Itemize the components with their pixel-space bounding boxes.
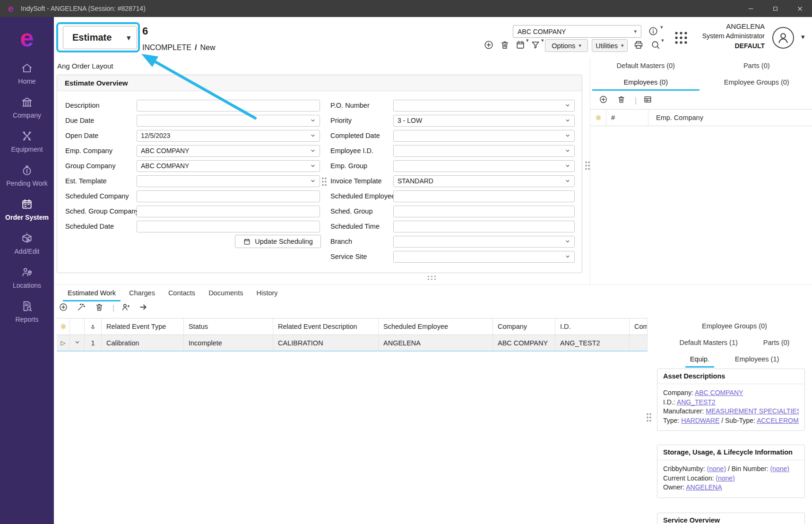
field-sched-group-input[interactable] (393, 206, 575, 217)
field-scheduled-employee-input[interactable] (393, 190, 575, 202)
detail-link[interactable]: HARDWARE (681, 417, 719, 424)
tab-employees-0[interactable]: Employees (0) (590, 74, 701, 91)
close-button[interactable] (787, 0, 812, 17)
company-selector[interactable]: ABC COMPANY ▾ (513, 25, 641, 38)
field-priority-select[interactable]: 3 - LOW (393, 115, 575, 127)
tab-parts-0[interactable]: Parts (0) (757, 335, 796, 351)
work-col-scheduled-employee[interactable]: Scheduled Employee (379, 318, 493, 335)
row-expander[interactable]: ▷ (57, 335, 70, 351)
filter-caret-icon[interactable]: ▾ (541, 38, 544, 43)
update-scheduling-button[interactable]: Update Scheduling (235, 235, 321, 248)
user-menu-caret-icon[interactable]: ▾ (801, 33, 805, 40)
field-est-template-select[interactable] (137, 175, 320, 187)
sidebar-item-home[interactable]: Home (0, 57, 54, 91)
work-col-company[interactable]: Company (493, 318, 555, 335)
tab-employee-groups-0[interactable]: Employee Groups (0) (701, 74, 812, 91)
field-branch-select[interactable] (393, 236, 575, 248)
work-col-related-event-description[interactable]: Related Event Description (273, 318, 379, 335)
filter-button[interactable] (530, 40, 542, 51)
tab-contacts[interactable]: Contacts (162, 285, 202, 301)
field-due-date-select[interactable] (137, 115, 320, 127)
field-sched-group-company-input[interactable] (137, 206, 320, 217)
detail-link[interactable]: (none) (770, 465, 789, 472)
schedule-button[interactable] (515, 40, 527, 51)
sidebar-item-order-system[interactable]: Order System (0, 193, 54, 227)
indysoft-logo-icon: e (6, 3, 16, 14)
detail-splitter-grip[interactable] (646, 412, 652, 423)
masters-add-button[interactable] (599, 95, 610, 106)
sidebar-item-company[interactable]: Company (0, 91, 54, 125)
work-col-related-event-type[interactable]: Related Event Type (102, 318, 184, 335)
print-button[interactable] (633, 40, 645, 51)
splitter-grip[interactable] (321, 177, 327, 187)
minimize-button[interactable] (738, 0, 763, 17)
utilities-button[interactable]: Utilities ▾ (592, 39, 628, 52)
field-service-site-select[interactable] (393, 251, 575, 263)
field-emp-group-select[interactable] (393, 160, 575, 172)
sidebar-item-reports[interactable]: Reports (0, 295, 54, 329)
field-label: Sched. Group (327, 207, 393, 215)
search-caret-icon[interactable]: ▾ (661, 38, 664, 43)
maximize-button[interactable] (763, 0, 787, 17)
app-grid-button[interactable] (673, 30, 689, 46)
tab-estimated-work[interactable]: Estimated Work (61, 285, 122, 301)
detail-link[interactable]: MEASUREMENT SPECIALTIES (706, 407, 799, 415)
schedule-caret-icon[interactable]: ▾ (526, 38, 529, 43)
masters-col-[interactable]: # (606, 110, 648, 126)
work-col-com[interactable]: Com (630, 318, 648, 335)
work-col-sort[interactable] (85, 318, 102, 335)
field-scheduled-company-input[interactable] (137, 190, 320, 202)
masters-grid-view-button[interactable] (643, 95, 655, 106)
section-splitter-grip[interactable] (427, 275, 437, 281)
field-scheduled-time-input[interactable] (393, 221, 575, 232)
detail-link[interactable]: ANGELENA (686, 483, 722, 491)
detail-link[interactable]: ACCELEROMETER (757, 417, 799, 424)
work-wizard-button[interactable] (77, 302, 88, 314)
search-button[interactable] (650, 40, 662, 51)
table-row[interactable]: ▷1CalibrationIncompleteCALIBRATIONANGELE… (57, 335, 648, 352)
masters-col-emp-company[interactable]: Emp. Company (648, 110, 812, 126)
field-group-company-select[interactable]: ABC COMPANY (137, 160, 320, 172)
tab-documents[interactable]: Documents (202, 285, 250, 301)
field-description-input[interactable] (137, 100, 320, 112)
work-col-status[interactable]: Status (184, 318, 273, 335)
field-p-o-number-select[interactable] (393, 100, 575, 112)
work-assign-employee-button[interactable] (121, 302, 132, 314)
tab-parts-0[interactable]: Parts (0) (701, 58, 812, 74)
field-invoice-template-select[interactable]: STANDARD (393, 175, 575, 187)
field-completed-date-select[interactable] (393, 130, 575, 142)
work-forward-button[interactable] (139, 302, 150, 314)
work-delete-button[interactable] (95, 302, 106, 314)
user-avatar[interactable] (772, 27, 794, 49)
options-button[interactable]: Options ▾ (545, 39, 588, 52)
tab-employee-groups-0[interactable]: Employee Groups (0) (695, 318, 774, 335)
work-add-button[interactable] (59, 302, 70, 314)
tab-default-masters-0[interactable]: Default Masters (0) (590, 58, 701, 74)
tab-history[interactable]: History (250, 285, 284, 301)
info-dropdown-caret-icon[interactable]: ▾ (660, 25, 663, 30)
field-scheduled-date-input[interactable] (137, 221, 320, 232)
field-emp-company-select[interactable]: ABC COMPANY (137, 145, 320, 157)
work-col-i-d[interactable]: I.D. (555, 318, 630, 335)
order-type-dropdown[interactable]: Estimate ▾ (63, 26, 137, 49)
sidebar-item-pending-work[interactable]: Pending Work (0, 159, 54, 193)
detail-link[interactable]: ANG_TEST2 (677, 398, 716, 406)
tab-equip[interactable]: Equip. (683, 351, 716, 368)
row-dropdown[interactable] (70, 335, 85, 351)
masters-delete-button[interactable] (617, 95, 628, 106)
sidebar-item-add-edit[interactable]: Add/Edit (0, 227, 54, 261)
tab-charges[interactable]: Charges (122, 285, 162, 301)
asset-descriptions-title: Asset Descriptions (657, 369, 804, 384)
detail-link[interactable]: (none) (707, 465, 726, 472)
field-employee-i-d-select[interactable] (393, 145, 575, 157)
info-button[interactable] (648, 26, 659, 37)
tab-employees-1[interactable]: Employees (1) (728, 351, 786, 368)
sidebar-item-equipment[interactable]: Equipment (0, 125, 54, 159)
tab-default-masters-1[interactable]: Default Masters (1) (673, 335, 744, 351)
add-order-button[interactable] (484, 40, 495, 51)
detail-link[interactable]: (none) (716, 474, 734, 482)
field-open-date-select[interactable]: 12/5/2023 (137, 130, 320, 142)
detail-link[interactable]: ABC COMPANY (695, 389, 743, 396)
delete-order-button[interactable] (500, 40, 511, 51)
sidebar-item-locations[interactable]: Locations (0, 261, 54, 295)
